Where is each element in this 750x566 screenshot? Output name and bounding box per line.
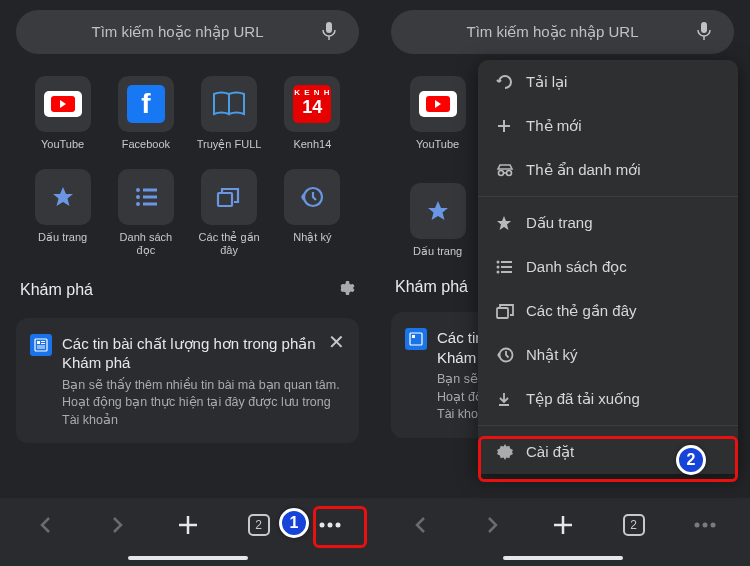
discover-title: Khám phá bbox=[20, 281, 335, 299]
svg-rect-12 bbox=[35, 339, 47, 351]
download-icon bbox=[496, 391, 526, 407]
svg-rect-40 bbox=[501, 271, 512, 273]
news-icon bbox=[405, 328, 427, 350]
list-icon bbox=[496, 260, 526, 274]
svg-point-48 bbox=[710, 523, 715, 528]
discover-gear-icon[interactable] bbox=[335, 278, 355, 302]
nav-new-tab-icon[interactable] bbox=[541, 503, 585, 547]
shortcuts-row-1: YouTube f Facebook Truyện FULL K E N H14… bbox=[0, 64, 375, 157]
menu-bookmarks[interactable]: Dấu trang bbox=[478, 201, 738, 245]
svg-rect-10 bbox=[218, 193, 232, 206]
svg-marker-25 bbox=[435, 100, 441, 108]
home-indicator bbox=[128, 556, 248, 560]
shortcut-bookmarks[interactable]: Dấu trang bbox=[401, 183, 474, 258]
svg-rect-5 bbox=[143, 189, 157, 192]
overflow-menu: Tải lại Thẻ mới Thẻ ẩn danh mới Dấu tran… bbox=[478, 60, 738, 474]
mic-icon[interactable] bbox=[321, 21, 341, 44]
svg-point-4 bbox=[136, 188, 140, 192]
svg-rect-23 bbox=[701, 22, 707, 33]
svg-marker-26 bbox=[428, 201, 448, 220]
svg-rect-13 bbox=[37, 341, 40, 344]
menu-reading-list[interactable]: Danh sách đọc bbox=[478, 245, 738, 289]
svg-rect-27 bbox=[410, 333, 422, 345]
discover-header: Khám phá bbox=[0, 264, 375, 312]
step-badge-2: 2 bbox=[676, 445, 706, 475]
menu-incognito[interactable]: Thẻ ẩn danh mới bbox=[478, 148, 738, 192]
svg-point-47 bbox=[702, 523, 707, 528]
screen-left: Tìm kiếm hoặc nhập URL YouTube f Faceboo… bbox=[0, 0, 375, 566]
svg-rect-7 bbox=[143, 196, 157, 199]
shortcut-history[interactable]: Nhật ký bbox=[276, 169, 349, 257]
shortcut-youtube[interactable]: YouTube bbox=[26, 76, 99, 151]
nav-tabs-icon[interactable]: 2 bbox=[237, 503, 281, 547]
svg-rect-36 bbox=[501, 261, 512, 263]
shortcut-youtube[interactable]: YouTube bbox=[401, 76, 474, 151]
nav-back-icon[interactable] bbox=[24, 503, 68, 547]
svg-rect-28 bbox=[412, 335, 415, 338]
nav-back-icon[interactable] bbox=[399, 503, 443, 547]
home-indicator bbox=[503, 556, 623, 560]
shortcut-bookmarks[interactable]: Dấu trang bbox=[26, 169, 99, 257]
svg-point-37 bbox=[497, 266, 500, 269]
card-body: Bạn sẽ thấy thêm nhiều tin bài mà bạn qu… bbox=[62, 377, 345, 430]
svg-marker-34 bbox=[497, 216, 511, 230]
svg-marker-2 bbox=[60, 100, 66, 108]
shortcut-recent-tabs[interactable]: Các thẻ gần đây bbox=[193, 169, 266, 257]
nav-forward-icon[interactable] bbox=[470, 503, 514, 547]
reload-icon bbox=[496, 73, 526, 91]
svg-point-8 bbox=[136, 202, 140, 206]
menu-new-tab[interactable]: Thẻ mới bbox=[478, 104, 738, 148]
history-icon bbox=[496, 346, 526, 364]
discover-card[interactable]: Các tin bài chất lượng hơn trong phần Kh… bbox=[16, 318, 359, 444]
star-icon bbox=[496, 215, 526, 231]
search-placeholder: Tìm kiếm hoặc nhập URL bbox=[34, 23, 321, 41]
plus-icon bbox=[496, 118, 526, 134]
menu-history[interactable]: Nhật ký bbox=[478, 333, 738, 377]
screen-right: Tìm kiếm hoặc nhập URL YouTube Dấu trang… bbox=[375, 0, 750, 566]
tabs-icon bbox=[496, 303, 526, 319]
svg-point-32 bbox=[507, 171, 512, 176]
nav-tabs-icon[interactable]: 2 bbox=[612, 503, 656, 547]
close-icon[interactable]: ✕ bbox=[328, 330, 345, 354]
svg-point-6 bbox=[136, 195, 140, 199]
svg-rect-41 bbox=[497, 308, 508, 318]
shortcut-truyen[interactable]: Truyện FULL bbox=[193, 76, 266, 151]
nav-new-tab-icon[interactable] bbox=[166, 503, 210, 547]
menu-downloads[interactable]: Tệp đã tải xuống bbox=[478, 377, 738, 421]
search-bar[interactable]: Tìm kiếm hoặc nhập URL bbox=[16, 10, 359, 54]
svg-point-31 bbox=[499, 171, 504, 176]
card-title: Các tin bài chất lượng hơn trong phần Kh… bbox=[62, 334, 345, 373]
shortcut-kenh14[interactable]: K E N H14 Kenh14 bbox=[276, 76, 349, 151]
nav-menu-icon[interactable] bbox=[683, 503, 727, 547]
search-bar[interactable]: Tìm kiếm hoặc nhập URL bbox=[391, 10, 734, 54]
svg-marker-3 bbox=[53, 187, 73, 206]
menu-reload[interactable]: Tải lại bbox=[478, 60, 738, 104]
svg-rect-0 bbox=[326, 22, 332, 33]
svg-rect-9 bbox=[143, 203, 157, 206]
shortcuts-row-2: Dấu trang Danh sách đọc Các thẻ gần đây … bbox=[0, 157, 375, 263]
highlight-box-1 bbox=[313, 506, 367, 548]
shortcut-facebook[interactable]: f Facebook bbox=[109, 76, 182, 151]
incognito-icon bbox=[496, 163, 526, 177]
menu-recent-tabs[interactable]: Các thẻ gần đây bbox=[478, 289, 738, 333]
step-badge-1: 1 bbox=[279, 508, 309, 538]
mic-icon[interactable] bbox=[696, 21, 716, 44]
svg-rect-38 bbox=[501, 266, 512, 268]
shortcut-reading-list[interactable]: Danh sách đọc bbox=[109, 169, 182, 257]
svg-point-39 bbox=[497, 271, 500, 274]
svg-point-46 bbox=[694, 523, 699, 528]
search-placeholder: Tìm kiếm hoặc nhập URL bbox=[409, 23, 696, 41]
svg-point-35 bbox=[497, 261, 500, 264]
news-icon bbox=[30, 334, 52, 356]
nav-forward-icon[interactable] bbox=[95, 503, 139, 547]
